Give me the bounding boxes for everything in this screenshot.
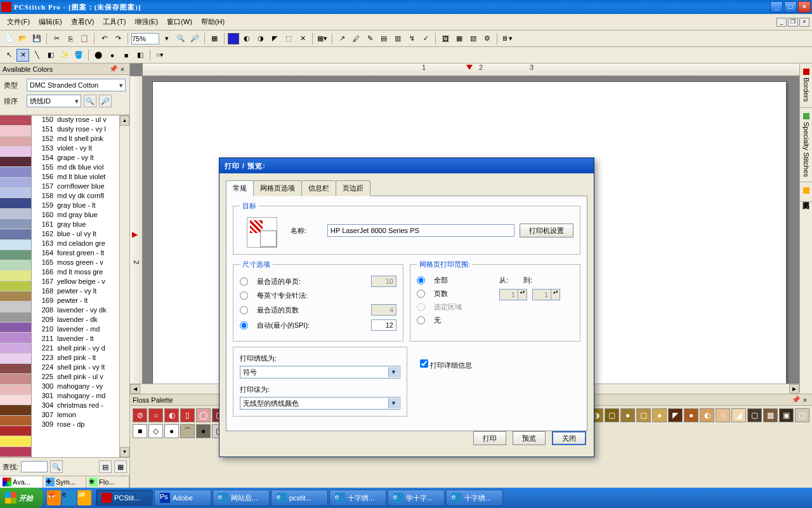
color-swatch[interactable]: [0, 447, 31, 457]
mdi-minimize[interactable]: _: [776, 18, 787, 27]
sort-btn1[interactable]: 🔍: [84, 95, 96, 107]
erase-icon[interactable]: ◧: [44, 49, 57, 62]
tool-h-icon[interactable]: 🖼: [439, 32, 452, 45]
printer-name-input[interactable]: [327, 224, 514, 237]
color-list-item[interactable]: 150dusty rose - ul v: [32, 116, 119, 125]
task-learn[interactable]: e学十字...: [388, 490, 445, 506]
color-swatch[interactable]: [0, 209, 31, 219]
color-swatch[interactable]: [0, 312, 31, 323]
shape4-icon[interactable]: ◧: [134, 49, 147, 62]
undo-icon[interactable]: ↶: [98, 32, 110, 45]
color-list-item[interactable]: 168pewter - vy lt: [32, 287, 119, 297]
pointer-icon[interactable]: ↖: [3, 49, 15, 62]
color-swatch[interactable]: [0, 229, 31, 239]
menu-file[interactable]: 文件(F): [3, 15, 34, 29]
color-swatch[interactable]: [0, 333, 31, 343]
color-list-item[interactable]: 209lavender - dk: [32, 316, 119, 325]
color-swatch[interactable]: [0, 302, 31, 312]
tab-margins[interactable]: 页边距: [336, 180, 370, 196]
floss-chip[interactable]: ■: [133, 424, 147, 438]
scroll-down-icon[interactable]: ▼: [120, 447, 129, 457]
pin-icon[interactable]: 📌: [109, 65, 118, 73]
menu-help[interactable]: 帮助(H): [197, 15, 229, 29]
color-list-item[interactable]: 164forest green - lt: [32, 249, 119, 258]
color-list-item[interactable]: 156md lt blue violet: [32, 173, 119, 182]
color-list-item[interactable]: 153violet - vy lt: [32, 144, 119, 154]
zoom-out-icon[interactable]: 🔎: [188, 32, 201, 45]
quicklaunch-3[interactable]: 📁: [77, 490, 91, 505]
floss-chip[interactable]: ◢: [731, 408, 746, 422]
task-pcstit2[interactable]: epcstit...: [271, 490, 328, 506]
minimize-button[interactable]: _: [770, 1, 783, 13]
color-list-item[interactable]: 224shell pink - vy lt: [32, 363, 119, 373]
menu-window[interactable]: 窗口(W): [162, 15, 197, 29]
floss-chip[interactable]: ○: [148, 408, 163, 422]
stitch-back-icon[interactable]: ⬚: [282, 32, 295, 45]
color-swatch[interactable]: [0, 323, 31, 333]
quicklaunch-2[interactable]: e: [62, 490, 76, 505]
wand-icon[interactable]: ✨: [58, 49, 71, 62]
tool-i-icon[interactable]: ▦: [453, 32, 466, 45]
color-swatch[interactable]: [0, 374, 31, 384]
new-icon[interactable]: 📄: [3, 32, 15, 45]
menu-edit[interactable]: 编辑(E): [34, 15, 67, 29]
mdi-restore[interactable]: ❐: [788, 18, 798, 27]
color-swatch[interactable]: [0, 291, 31, 302]
tool-e-icon[interactable]: ▥: [391, 32, 404, 45]
color-list-item[interactable]: 155md dk blue viol: [32, 163, 119, 173]
task-adobe[interactable]: PsAdobe: [154, 490, 211, 506]
color-list-item[interactable]: 162blue - ul vy lt: [32, 230, 119, 239]
menu-tools[interactable]: 工具(T): [98, 15, 130, 29]
hscroll-left-icon[interactable]: ◀: [130, 384, 140, 394]
tool-j-icon[interactable]: ▧: [467, 32, 480, 45]
preview-button[interactable]: 预览: [513, 431, 546, 445]
grid-icon[interactable]: ▦: [208, 32, 221, 45]
tool-a-icon[interactable]: ↗: [336, 32, 348, 45]
sidetab-borders[interactable]: Borders: [800, 64, 812, 108]
color-list-item[interactable]: 160md gray blue: [32, 211, 119, 220]
stitch-quarter-icon[interactable]: ◤: [268, 32, 281, 45]
shape2-icon[interactable]: ●: [106, 49, 119, 62]
color-list-item[interactable]: 166md lt moss gre: [32, 268, 119, 277]
color-list-item[interactable]: 210lavender - md: [32, 325, 119, 335]
close-button[interactable]: ×: [798, 1, 811, 13]
range-pages-radio[interactable]: [417, 290, 425, 298]
floss-chip[interactable]: ▢: [747, 408, 762, 422]
task-pcstitch[interactable]: PCStit...: [96, 490, 153, 506]
color-list-item[interactable]: 223shell pink - lt: [32, 354, 119, 363]
gridopts-icon[interactable]: ▦▾: [316, 32, 329, 45]
range-all-radio[interactable]: [417, 276, 425, 284]
floss-chip[interactable]: ▦: [763, 408, 778, 422]
floss-chip[interactable]: ▢: [795, 408, 809, 422]
color-list-item[interactable]: 208lavender - vy dk: [32, 306, 119, 316]
quicklaunch-1[interactable]: 🦊: [47, 490, 61, 505]
menu-view[interactable]: 查看(V): [67, 15, 99, 29]
zoom-in-icon[interactable]: 🔍: [174, 32, 187, 45]
shape1-icon[interactable]: ⬤: [92, 49, 105, 62]
tool-b-icon[interactable]: 🖊: [350, 32, 362, 45]
color-list-item[interactable]: 157cornflower blue: [32, 182, 119, 192]
floss-chip[interactable]: ▯: [180, 408, 195, 422]
size-opt4-value[interactable]: [371, 319, 396, 331]
color-swatch[interactable]: [0, 395, 31, 405]
color-swatch[interactable]: [0, 250, 31, 260]
floss-chip[interactable]: ◐: [164, 408, 179, 422]
floss-chip[interactable]: ●: [164, 424, 179, 438]
color-swatch[interactable]: [0, 137, 31, 147]
color-swatch[interactable]: [0, 219, 31, 229]
close-dialog-button[interactable]: 关闭: [552, 431, 586, 445]
range-none-radio[interactable]: [417, 316, 425, 324]
color-swatch[interactable]: [0, 364, 31, 374]
line-icon[interactable]: ╲: [30, 49, 43, 62]
color-list-item[interactable]: 221shell pink - vy d: [32, 344, 119, 354]
scroll-up-icon[interactable]: ▲: [120, 116, 129, 126]
paste-icon[interactable]: 📋: [78, 32, 91, 45]
color-scrollbar[interactable]: ▲ ▼: [119, 116, 129, 457]
detail-checkbox[interactable]: [420, 359, 428, 368]
left-tab-floss[interactable]: ❀Flo...: [86, 476, 129, 488]
color-swatch[interactable]: [0, 405, 31, 415]
color-list-item[interactable]: 169pewter - lt: [32, 297, 119, 306]
color-swatch[interactable]: [0, 426, 31, 436]
floss-chip[interactable]: ▢: [636, 408, 651, 422]
color-list-item[interactable]: 309rose - dp: [32, 420, 119, 430]
